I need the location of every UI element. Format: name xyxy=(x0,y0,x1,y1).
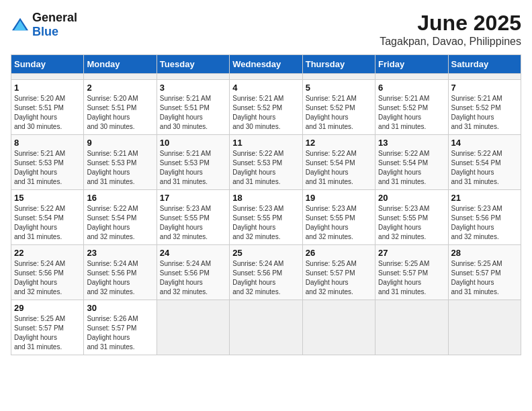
day-number: 12 xyxy=(306,138,372,148)
calendar-cell: 15Sunrise: 5:22 AMSunset: 5:54 PMDayligh… xyxy=(11,190,84,245)
day-info: Sunrise: 5:21 AMSunset: 5:52 PMDaylight … xyxy=(306,94,372,132)
calendar-cell xyxy=(230,74,302,80)
calendar-cell: 22Sunrise: 5:24 AMSunset: 5:56 PMDayligh… xyxy=(11,245,84,300)
day-number: 3 xyxy=(160,83,226,93)
day-info: Sunrise: 5:20 AMSunset: 5:51 PMDaylight … xyxy=(14,94,81,132)
day-number: 4 xyxy=(232,83,299,93)
day-info: Sunrise: 5:23 AMSunset: 5:55 PMDaylight … xyxy=(378,204,445,242)
day-info: Sunrise: 5:21 AMSunset: 5:52 PMDaylight … xyxy=(232,94,299,132)
calendar-cell xyxy=(157,300,229,355)
calendar-week-4: 22Sunrise: 5:24 AMSunset: 5:56 PMDayligh… xyxy=(11,245,521,300)
logo: General Blue xyxy=(11,11,77,39)
calendar-cell xyxy=(375,74,448,80)
subtitle: Tagakpan, Davao, Philippines xyxy=(380,36,521,48)
calendar-week-3: 15Sunrise: 5:22 AMSunset: 5:54 PMDayligh… xyxy=(11,190,521,245)
day-info: Sunrise: 5:25 AMSunset: 5:57 PMDaylight … xyxy=(14,314,81,352)
day-info: Sunrise: 5:22 AMSunset: 5:54 PMDaylight … xyxy=(378,149,445,187)
day-info: Sunrise: 5:24 AMSunset: 5:56 PMDaylight … xyxy=(87,259,153,297)
logo-icon xyxy=(11,17,30,33)
calendar-header-row: SundayMondayTuesdayWednesdayThursdayFrid… xyxy=(11,55,521,74)
day-info: Sunrise: 5:23 AMSunset: 5:55 PMDaylight … xyxy=(160,204,226,242)
day-number: 1 xyxy=(14,83,81,93)
calendar-cell xyxy=(448,300,521,355)
calendar-cell: 19Sunrise: 5:23 AMSunset: 5:55 PMDayligh… xyxy=(302,190,375,245)
calendar-cell: 13Sunrise: 5:22 AMSunset: 5:54 PMDayligh… xyxy=(375,135,448,190)
header-saturday: Saturday xyxy=(448,55,521,74)
day-info: Sunrise: 5:21 AMSunset: 5:53 PMDaylight … xyxy=(87,149,153,187)
day-number: 2 xyxy=(87,83,153,93)
calendar-cell: 14Sunrise: 5:22 AMSunset: 5:54 PMDayligh… xyxy=(448,135,521,190)
calendar-cell: 12Sunrise: 5:22 AMSunset: 5:54 PMDayligh… xyxy=(302,135,375,190)
day-info: Sunrise: 5:26 AMSunset: 5:57 PMDaylight … xyxy=(87,314,153,352)
header-tuesday: Tuesday xyxy=(157,55,229,74)
day-number: 16 xyxy=(87,193,153,203)
calendar-cell xyxy=(84,74,157,80)
calendar-cell: 8Sunrise: 5:21 AMSunset: 5:53 PMDaylight… xyxy=(11,135,84,190)
calendar-cell: 9Sunrise: 5:21 AMSunset: 5:53 PMDaylight… xyxy=(84,135,157,190)
logo-general: General xyxy=(32,11,77,24)
calendar-cell: 7Sunrise: 5:21 AMSunset: 5:52 PMDaylight… xyxy=(448,80,521,135)
calendar-cell: 3Sunrise: 5:21 AMSunset: 5:51 PMDaylight… xyxy=(157,80,229,135)
day-number: 22 xyxy=(14,248,81,258)
day-number: 13 xyxy=(378,138,445,148)
calendar-cell xyxy=(11,74,84,80)
day-info: Sunrise: 5:24 AMSunset: 5:56 PMDaylight … xyxy=(160,259,226,297)
day-number: 27 xyxy=(378,248,445,258)
calendar-cell: 6Sunrise: 5:21 AMSunset: 5:52 PMDaylight… xyxy=(375,80,448,135)
day-number: 28 xyxy=(451,248,518,258)
day-number: 20 xyxy=(378,193,445,203)
day-number: 30 xyxy=(87,303,153,313)
day-number: 19 xyxy=(306,193,372,203)
calendar-cell: 11Sunrise: 5:22 AMSunset: 5:53 PMDayligh… xyxy=(230,135,302,190)
day-number: 21 xyxy=(451,193,518,203)
header-wednesday: Wednesday xyxy=(230,55,302,74)
day-info: Sunrise: 5:23 AMSunset: 5:55 PMDaylight … xyxy=(306,204,372,242)
day-info: Sunrise: 5:23 AMSunset: 5:56 PMDaylight … xyxy=(451,204,518,242)
day-info: Sunrise: 5:24 AMSunset: 5:56 PMDaylight … xyxy=(14,259,81,297)
calendar-cell: 27Sunrise: 5:25 AMSunset: 5:57 PMDayligh… xyxy=(375,245,448,300)
calendar-cell: 18Sunrise: 5:23 AMSunset: 5:55 PMDayligh… xyxy=(230,190,302,245)
calendar-cell: 2Sunrise: 5:20 AMSunset: 5:51 PMDaylight… xyxy=(84,80,157,135)
calendar-cell: 28Sunrise: 5:25 AMSunset: 5:57 PMDayligh… xyxy=(448,245,521,300)
day-info: Sunrise: 5:21 AMSunset: 5:53 PMDaylight … xyxy=(160,149,226,187)
calendar-week-2: 8Sunrise: 5:21 AMSunset: 5:53 PMDaylight… xyxy=(11,135,521,190)
calendar-cell: 1Sunrise: 5:20 AMSunset: 5:51 PMDaylight… xyxy=(11,80,84,135)
calendar-cell: 21Sunrise: 5:23 AMSunset: 5:56 PMDayligh… xyxy=(448,190,521,245)
calendar-cell: 26Sunrise: 5:25 AMSunset: 5:57 PMDayligh… xyxy=(302,245,375,300)
title-area: June 2025 Tagakpan, Davao, Philippines xyxy=(380,11,521,48)
day-number: 10 xyxy=(160,138,226,148)
day-number: 17 xyxy=(160,193,226,203)
calendar-cell: 30Sunrise: 5:26 AMSunset: 5:57 PMDayligh… xyxy=(84,300,157,355)
day-info: Sunrise: 5:25 AMSunset: 5:57 PMDaylight … xyxy=(306,259,372,297)
day-info: Sunrise: 5:24 AMSunset: 5:56 PMDaylight … xyxy=(232,259,299,297)
calendar-cell: 16Sunrise: 5:22 AMSunset: 5:54 PMDayligh… xyxy=(84,190,157,245)
day-number: 11 xyxy=(232,138,299,148)
day-info: Sunrise: 5:22 AMSunset: 5:54 PMDaylight … xyxy=(451,149,518,187)
calendar-cell: 24Sunrise: 5:24 AMSunset: 5:56 PMDayligh… xyxy=(157,245,229,300)
day-info: Sunrise: 5:23 AMSunset: 5:55 PMDaylight … xyxy=(232,204,299,242)
logo-blue: Blue xyxy=(32,25,58,38)
calendar-cell xyxy=(448,74,521,80)
calendar-cell: 23Sunrise: 5:24 AMSunset: 5:56 PMDayligh… xyxy=(84,245,157,300)
calendar-cell: 25Sunrise: 5:24 AMSunset: 5:56 PMDayligh… xyxy=(230,245,302,300)
calendar-cell: 4Sunrise: 5:21 AMSunset: 5:52 PMDaylight… xyxy=(230,80,302,135)
day-number: 24 xyxy=(160,248,226,258)
day-number: 5 xyxy=(306,83,372,93)
day-info: Sunrise: 5:22 AMSunset: 5:53 PMDaylight … xyxy=(232,149,299,187)
calendar-week-1: 1Sunrise: 5:20 AMSunset: 5:51 PMDaylight… xyxy=(11,80,521,135)
calendar-cell: 10Sunrise: 5:21 AMSunset: 5:53 PMDayligh… xyxy=(157,135,229,190)
main-title: June 2025 xyxy=(380,11,521,36)
day-number: 9 xyxy=(87,138,153,148)
day-info: Sunrise: 5:21 AMSunset: 5:51 PMDaylight … xyxy=(160,94,226,132)
day-number: 15 xyxy=(14,193,81,203)
calendar-cell xyxy=(302,300,375,355)
header-friday: Friday xyxy=(375,55,448,74)
day-number: 23 xyxy=(87,248,153,258)
calendar-week-0 xyxy=(11,74,521,80)
calendar-cell xyxy=(302,74,375,80)
calendar-cell: 20Sunrise: 5:23 AMSunset: 5:55 PMDayligh… xyxy=(375,190,448,245)
day-info: Sunrise: 5:20 AMSunset: 5:51 PMDaylight … xyxy=(87,94,153,132)
header-monday: Monday xyxy=(84,55,157,74)
day-info: Sunrise: 5:22 AMSunset: 5:54 PMDaylight … xyxy=(306,149,372,187)
day-number: 6 xyxy=(378,83,445,93)
